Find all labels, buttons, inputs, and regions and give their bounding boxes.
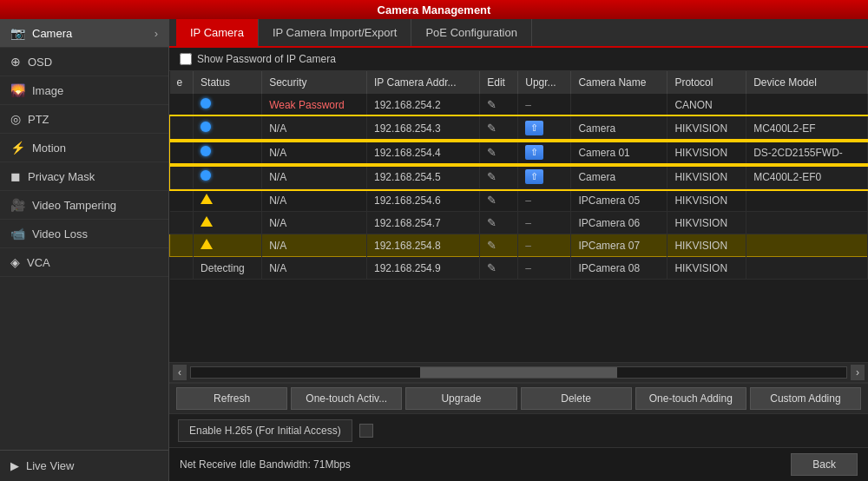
upgrade-arrow-button[interactable]: ⇧	[525, 169, 543, 184]
cell-upgrade[interactable]: ⇧	[518, 165, 571, 189]
sidebar-item-label: VCA	[27, 256, 50, 269]
cell-edit[interactable]: ✎	[480, 94, 518, 116]
cell-edit[interactable]: ✎	[480, 165, 518, 189]
refresh-button[interactable]: Refresh	[176, 387, 287, 410]
edit-icon[interactable]: ✎	[487, 170, 496, 183]
scroll-right-button[interactable]: ›	[851, 365, 865, 380]
privacy-mask-icon: ◼	[10, 169, 21, 183]
cell-upgrade[interactable]: –	[518, 189, 571, 212]
live-view-icon: ▶	[10, 459, 19, 472]
cell-edit[interactable]: ✎	[480, 116, 518, 141]
cell-upgrade[interactable]: –	[518, 212, 571, 234]
edit-icon[interactable]: ✎	[487, 122, 496, 135]
live-view-button[interactable]: ▶ Live View	[0, 450, 168, 481]
sidebar-item-image[interactable]: 🌄 Image	[0, 76, 168, 105]
video-loss-icon: 📹	[10, 227, 25, 240]
status-indicator-blue	[201, 170, 211, 181]
content-area: IP Camera IP Camera Import/Export PoE Co…	[169, 19, 868, 481]
edit-icon[interactable]: ✎	[487, 239, 496, 252]
cell-edit[interactable]: ✎	[480, 257, 518, 280]
edit-icon[interactable]: ✎	[487, 216, 496, 229]
status-indicator-yellow	[201, 239, 213, 249]
cell-security: N/A	[262, 257, 367, 280]
tab-poe-configuration[interactable]: PoE Configuration	[411, 19, 532, 46]
back-button[interactable]: Back	[791, 453, 858, 476]
table-row[interactable]: Weak Password192.168.254.2✎–CANON	[170, 94, 868, 116]
status-indicator-yellow	[201, 194, 213, 204]
sidebar-item-vca[interactable]: ◈ VCA	[0, 248, 168, 277]
cell-number	[170, 165, 194, 189]
one-touch-activate-button[interactable]: One-touch Activ...	[291, 387, 402, 410]
cell-device-model: MC400L2-EF0	[746, 165, 868, 189]
table-row[interactable]: N/A192.168.254.4✎⇧Camera 01HIKVISIONDS-2…	[170, 141, 868, 165]
table-row[interactable]: N/A192.168.254.3✎⇧CameraHIKVISIONMC400L2…	[170, 116, 868, 141]
col-upgrade: Upgr...	[518, 71, 571, 94]
cell-edit[interactable]: ✎	[480, 234, 518, 257]
sidebar-item-video-tampering[interactable]: 🎥 Video Tampering	[0, 191, 168, 220]
sidebar-item-video-loss[interactable]: 📹 Video Loss	[0, 220, 168, 248]
sidebar-item-motion[interactable]: ⚡ Motion	[0, 134, 168, 162]
h265-checkbox[interactable]	[359, 424, 373, 438]
tab-ip-camera-import-export[interactable]: IP Camera Import/Export	[259, 19, 412, 46]
sidebar-item-label: PTZ	[28, 113, 49, 126]
cell-upgrade[interactable]: –	[518, 94, 571, 116]
upgrade-arrow-button[interactable]: ⇧	[525, 121, 543, 135]
tab-ip-camera[interactable]: IP Camera	[176, 19, 259, 46]
edit-icon[interactable]: ✎	[487, 261, 496, 274]
cell-camera-name: IPCamera 07	[571, 234, 667, 257]
camera-table-container: e Status Security IP Camera Addr... Edit…	[169, 71, 868, 362]
cell-number	[170, 189, 194, 212]
cell-upgrade[interactable]: ⇧	[518, 141, 571, 165]
sidebar-item-osd[interactable]: ⊕ OSD	[0, 48, 168, 76]
cell-security: N/A	[262, 141, 367, 165]
delete-button[interactable]: Delete	[521, 387, 632, 410]
table-row[interactable]: N/A192.168.254.7✎–IPCamera 06HIKVISION	[170, 212, 868, 234]
video-tampering-icon: 🎥	[10, 198, 25, 212]
edit-icon[interactable]: ✎	[487, 146, 496, 159]
cell-security: Weak Password	[262, 94, 367, 116]
show-password-checkbox[interactable]	[180, 53, 192, 65]
cell-edit[interactable]: ✎	[480, 141, 518, 165]
cell-upgrade[interactable]: –	[518, 234, 571, 257]
cell-number	[170, 212, 194, 234]
table-row[interactable]: DetectingN/A192.168.254.9✎–IPCamera 08HI…	[170, 257, 868, 280]
cell-ip: 192.168.254.8	[367, 234, 480, 257]
sidebar-item-label: OSD	[28, 56, 52, 69]
status-indicator-yellow	[201, 216, 213, 227]
scroll-left-button[interactable]: ‹	[173, 365, 187, 380]
table-row[interactable]: N/A192.168.254.5✎⇧CameraHIKVISIONMC400L2…	[170, 165, 868, 189]
edit-icon[interactable]: ✎	[487, 194, 496, 207]
cell-security: N/A	[262, 212, 367, 234]
table-row[interactable]: N/A192.168.254.8✎–IPCamera 07HIKVISION	[170, 234, 868, 257]
cell-status: Detecting	[194, 257, 262, 280]
table-row[interactable]: N/A192.168.254.6✎–IPCamera 05HIKVISION	[170, 189, 868, 212]
cell-ip: 192.168.254.3	[367, 116, 480, 141]
cell-camera-name: Camera	[571, 116, 667, 141]
sidebar: 📷 Camera › ⊕ OSD 🌄 Image ◎ PTZ ⚡ Motion	[0, 19, 169, 481]
one-touch-adding-button[interactable]: One-touch Adding	[635, 387, 746, 410]
upgrade-arrow-button[interactable]: ⇧	[525, 145, 543, 160]
status-indicator-blue	[201, 122, 211, 132]
cell-edit[interactable]: ✎	[480, 212, 518, 234]
sidebar-menu: 📷 Camera › ⊕ OSD 🌄 Image ◎ PTZ ⚡ Motion	[0, 19, 168, 450]
title-text: Camera Management	[378, 3, 491, 16]
osd-icon: ⊕	[10, 55, 21, 69]
sidebar-item-camera[interactable]: 📷 Camera ›	[0, 19, 168, 48]
edit-icon[interactable]: ✎	[487, 98, 496, 111]
upgrade-button[interactable]: Upgrade	[405, 387, 516, 410]
title-bar: Camera Management	[0, 0, 868, 19]
cell-protocol: HIKVISION	[667, 189, 746, 212]
cell-edit[interactable]: ✎	[480, 189, 518, 212]
cell-upgrade[interactable]: ⇧	[518, 116, 571, 141]
footer: Net Receive Idle Bandwidth: 71Mbps Back	[169, 447, 868, 481]
no-upgrade-indicator: –	[525, 262, 531, 274]
vca-icon: ◈	[10, 255, 20, 269]
cell-status	[194, 116, 262, 141]
cell-ip: 192.168.254.2	[367, 94, 480, 116]
sidebar-item-ptz[interactable]: ◎ PTZ	[0, 105, 168, 134]
scrollbar-track[interactable]	[190, 366, 847, 379]
cell-upgrade[interactable]: –	[518, 257, 571, 280]
no-upgrade-indicator: –	[525, 240, 531, 252]
custom-adding-button[interactable]: Custom Adding	[750, 387, 861, 410]
sidebar-item-privacy-mask[interactable]: ◼ Privacy Mask	[0, 162, 168, 191]
